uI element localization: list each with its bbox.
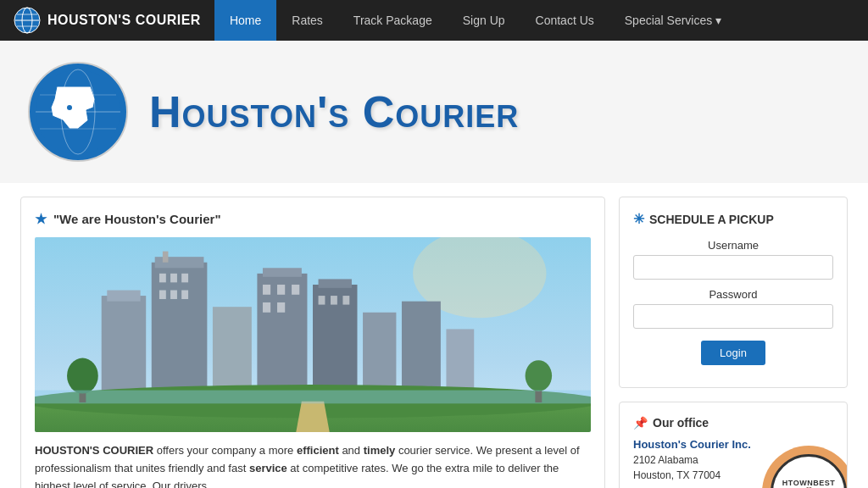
username-label: Username xyxy=(633,239,833,252)
svg-rect-38 xyxy=(277,302,285,313)
right-column: ✳ SCHEDULE A PICKUP Username Password Lo… xyxy=(619,197,848,488)
office-box: 📌 Our office Houston's Courier Inc. 2102… xyxy=(619,402,848,488)
svg-point-46 xyxy=(67,358,98,394)
city-image-wrapper xyxy=(35,237,591,432)
schedule-heading: ✳ SCHEDULE A PICKUP xyxy=(633,211,833,227)
password-group: Password xyxy=(633,288,833,329)
hero-section: Houston's Courier xyxy=(0,41,868,183)
nav-links: Home Rates Track Package Sign Up Contact… xyxy=(214,0,737,41)
office-heading: 📌 Our office xyxy=(633,416,833,430)
chevron-down-icon: ▾ xyxy=(715,14,721,27)
intro-section: ★ "We are Houston's Courier" xyxy=(20,197,605,488)
svg-rect-39 xyxy=(319,296,326,304)
hero-logo-icon xyxy=(27,61,129,163)
svg-rect-36 xyxy=(292,285,299,295)
svg-rect-32 xyxy=(170,291,177,299)
svg-rect-16 xyxy=(107,291,140,302)
svg-point-48 xyxy=(526,360,552,391)
hero-title: Houston's Courier xyxy=(149,86,519,137)
svg-rect-29 xyxy=(170,274,177,282)
nav-track[interactable]: Track Package xyxy=(338,0,448,41)
password-input[interactable] xyxy=(633,304,833,329)
badge-text: HTOWNBEST xyxy=(782,479,835,487)
globe-icon xyxy=(14,7,41,34)
nav-rates[interactable]: Rates xyxy=(276,0,338,41)
city-skyline-image xyxy=(35,237,591,432)
svg-rect-22 xyxy=(263,268,302,276)
brand-logo[interactable]: Houston's Courier xyxy=(0,7,214,34)
svg-rect-33 xyxy=(181,291,188,299)
asterisk-icon: ✳ xyxy=(633,211,644,227)
nav-home[interactable]: Home xyxy=(214,0,276,41)
nav-signup[interactable]: Sign Up xyxy=(448,0,520,41)
svg-point-8 xyxy=(67,105,72,110)
username-input[interactable] xyxy=(633,255,833,280)
username-group: Username xyxy=(633,239,833,280)
svg-rect-37 xyxy=(263,302,270,313)
svg-rect-35 xyxy=(277,285,285,295)
svg-rect-19 xyxy=(163,252,169,263)
svg-rect-28 xyxy=(159,274,166,282)
svg-rect-41 xyxy=(342,296,349,304)
svg-rect-34 xyxy=(263,285,270,295)
navbar: Houston's Courier Home Rates Track Packa… xyxy=(0,0,868,41)
intro-body-text: HOUSTON'S COURIER offers your company a … xyxy=(35,442,591,488)
login-button[interactable]: Login xyxy=(701,341,765,365)
nav-special[interactable]: Special Services ▾ xyxy=(609,0,737,41)
intro-heading: ★ "We are Houston's Courier" xyxy=(35,211,591,227)
pin-icon: 📌 xyxy=(633,416,648,430)
svg-rect-40 xyxy=(331,296,337,304)
badge-inner: HTOWNBEST 🤠 xyxy=(771,454,847,488)
star-icon: ★ xyxy=(35,211,47,227)
svg-rect-30 xyxy=(181,274,188,282)
password-label: Password xyxy=(633,288,833,301)
svg-rect-31 xyxy=(159,291,166,299)
main-content: ★ "We are Houston's Courier" xyxy=(0,183,868,488)
svg-rect-24 xyxy=(319,279,352,287)
login-group: Login xyxy=(633,337,833,365)
brand-name: Houston's Courier xyxy=(47,13,201,28)
svg-rect-49 xyxy=(35,391,591,404)
svg-rect-18 xyxy=(155,257,204,268)
left-column: ★ "We are Houston's Courier" xyxy=(20,197,605,488)
schedule-pickup-box: ✳ SCHEDULE A PICKUP Username Password Lo… xyxy=(619,197,848,388)
nav-contact[interactable]: Contact Us xyxy=(520,0,609,41)
